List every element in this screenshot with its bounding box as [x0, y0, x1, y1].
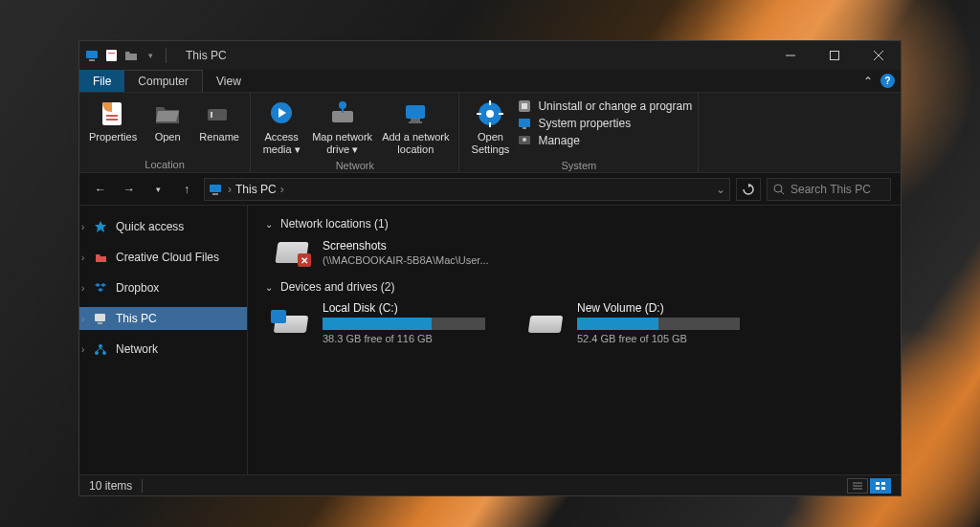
drive-free-text: 52.4 GB free of 105 GB	[577, 333, 740, 344]
this-pc-icon	[85, 48, 100, 63]
titlebar: ▾ This PC	[79, 41, 901, 70]
minimize-button[interactable]	[768, 41, 813, 70]
drive-usage-bar	[577, 318, 740, 330]
svg-rect-18	[406, 105, 425, 119]
properties-qat-icon[interactable]	[104, 48, 120, 63]
svg-rect-20	[409, 121, 422, 123]
access-media-button[interactable]: Access media ▾	[256, 97, 306, 158]
window-controls	[768, 41, 901, 70]
section-devices-drives[interactable]: ⌄ Devices and drives (2)	[265, 280, 883, 294]
svg-rect-30	[523, 127, 526, 129]
back-button[interactable]: ←	[89, 178, 112, 201]
local-disk-icon	[525, 310, 566, 337]
uninstall-icon	[517, 99, 532, 114]
network-location-title: Screenshots	[323, 239, 489, 253]
svg-marker-40	[100, 283, 106, 287]
drive-free-text: 38.3 GB free of 116 GB	[323, 333, 485, 344]
rename-button[interactable]: Rename	[194, 97, 244, 157]
system-properties-button[interactable]: System properties	[517, 116, 692, 131]
tab-file[interactable]: File	[79, 70, 124, 92]
details-view-button[interactable]	[847, 478, 868, 494]
sidebar-item-label: Network	[116, 342, 158, 356]
network-location-item[interactable]: ✕ Screenshots (\\MACBOOKAIR-5B8A\Mac\Use…	[271, 238, 883, 267]
sidebar-item-quick-access[interactable]: › Quick access	[79, 215, 247, 238]
drive-usage-bar	[323, 318, 485, 330]
search-placeholder: Search This PC	[791, 183, 871, 196]
expand-icon[interactable]: ›	[81, 344, 84, 355]
tab-view[interactable]: View	[203, 70, 255, 92]
section-network-locations[interactable]: ⌄ Network locations (1)	[265, 217, 883, 231]
svg-rect-50	[876, 482, 880, 485]
network-icon	[93, 341, 108, 357]
system-props-icon	[517, 116, 532, 131]
quick-access-icon	[93, 219, 108, 234]
svg-point-16	[339, 101, 346, 109]
svg-marker-41	[98, 288, 103, 292]
drive-c[interactable]: Local Disk (C:) 38.3 GB free of 116 GB	[271, 301, 485, 344]
svg-rect-51	[881, 482, 885, 485]
ribbon-group-location: Properties Open Rename Location	[79, 93, 251, 172]
sidebar-item-creative-cloud[interactable]: › Creative Cloud Files	[79, 246, 247, 269]
close-button[interactable]	[857, 41, 901, 70]
drive-d[interactable]: New Volume (D:) 52.4 GB free of 105 GB	[525, 301, 740, 344]
sidebar-item-label: This PC	[116, 312, 157, 325]
expand-icon[interactable]: ›	[81, 222, 84, 232]
svg-rect-10	[106, 119, 118, 121]
section-header-label: Network locations (1)	[280, 217, 389, 231]
svg-rect-28	[522, 103, 527, 109]
properties-button[interactable]: Properties	[85, 97, 141, 157]
folder-qat-icon[interactable]	[123, 48, 139, 63]
network-drive-disconnected-icon: ✕	[271, 238, 311, 267]
manage-button[interactable]: Manage	[517, 133, 692, 148]
svg-rect-5	[831, 52, 839, 60]
qat-dropdown-icon[interactable]: ▾	[143, 48, 158, 63]
drive-name: New Volume (D:)	[577, 301, 740, 315]
sidebar-item-network[interactable]: › Network	[79, 338, 247, 361]
svg-marker-39	[95, 283, 100, 287]
add-network-location-button[interactable]: Add a network location	[378, 97, 453, 158]
thumbnails-view-button[interactable]	[870, 478, 891, 494]
recent-locations-button[interactable]: ▾	[146, 178, 169, 201]
navigation-bar: ← → ▾ ↑ › This PC › ⌄ Search This PC	[79, 173, 901, 206]
svg-rect-3	[108, 53, 115, 54]
address-bar[interactable]: › This PC › ⌄	[204, 178, 730, 201]
minimize-ribbon-icon[interactable]: ⌃	[863, 75, 873, 88]
sidebar-item-this-pc[interactable]: › This PC	[79, 307, 247, 330]
collapse-icon[interactable]: ⌄	[265, 219, 273, 230]
svg-point-22	[486, 110, 494, 118]
ribbon-group-system: Open Settings Uninstall or change a prog…	[459, 93, 699, 172]
sidebar-item-label: Quick access	[116, 220, 184, 233]
maximize-button[interactable]	[813, 41, 857, 70]
svg-rect-12	[211, 112, 212, 118]
search-box[interactable]: Search This PC	[767, 178, 891, 201]
svg-point-36	[774, 185, 782, 192]
svg-point-46	[102, 351, 106, 355]
sidebar-item-dropbox[interactable]: › Dropbox	[79, 276, 247, 299]
open-settings-button[interactable]: Open Settings	[465, 97, 515, 158]
expand-icon[interactable]: ›	[81, 283, 84, 294]
svg-rect-34	[212, 193, 218, 195]
refresh-button[interactable]	[736, 178, 761, 201]
expand-icon[interactable]: ›	[81, 253, 84, 263]
up-button[interactable]: ↑	[175, 178, 198, 201]
navigation-pane[interactable]: › Quick access › Creative Cloud Files › …	[79, 206, 248, 474]
expand-icon[interactable]: ›	[81, 314, 84, 324]
address-dropdown-icon[interactable]: ⌄	[716, 183, 725, 196]
map-network-drive-button[interactable]: Map network drive ▾	[308, 97, 376, 158]
help-icon[interactable]: ?	[880, 74, 895, 88]
section-header-label: Devices and drives (2)	[280, 280, 394, 294]
forward-button[interactable]: →	[118, 178, 141, 201]
ribbon-group-network: Access media ▾ Map network drive ▾ Add a…	[251, 93, 459, 172]
ribbon-tabs: File Computer View ⌃ ?	[79, 70, 901, 93]
collapse-icon[interactable]: ⌄	[265, 282, 273, 293]
uninstall-program-button[interactable]: Uninstall or change a program	[517, 99, 692, 114]
open-button[interactable]: Open	[143, 97, 192, 157]
drive-name: Local Disk (C:)	[323, 301, 485, 315]
manage-icon	[517, 133, 532, 148]
ribbon-group-network-label: Network	[256, 158, 453, 173]
svg-line-37	[781, 191, 784, 194]
svg-rect-0	[86, 51, 98, 58]
breadcrumb-this-pc[interactable]: This PC	[235, 183, 277, 196]
tab-computer[interactable]: Computer	[124, 70, 203, 92]
main-content: ⌄ Network locations (1) ✕ Screenshots (\…	[248, 206, 901, 474]
